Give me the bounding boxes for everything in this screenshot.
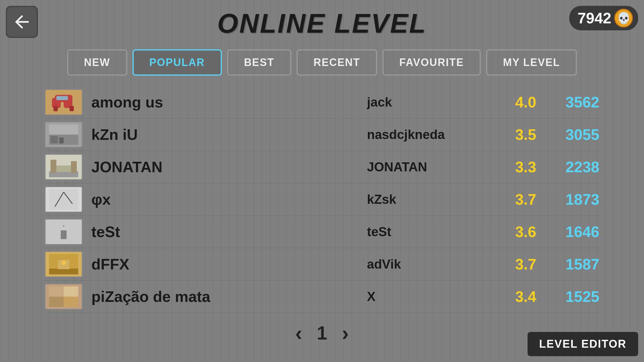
thumb-image [49,92,78,112]
back-button[interactable] [6,6,38,38]
back-icon [12,12,32,32]
level-plays: 3055 [547,126,599,143]
coin-badge: 7942 💀 [569,6,638,30]
level-thumbnail [45,251,83,277]
level-author: nasdcjkneda [367,127,501,142]
level-name: among us [91,93,367,111]
level-author: X [367,289,501,304]
level-author: teSt [367,224,501,239]
level-thumbnail [45,121,83,148]
level-thumbnail [45,154,83,180]
level-author: jack [367,95,501,109]
table-row[interactable]: JONATAN JONATAN 3.3 2238 [45,151,599,183]
tab-my-level[interactable]: MY LEVEL [486,49,577,76]
level-plays: 1525 [547,288,599,305]
level-plays: 3562 [547,93,599,111]
level-author: adVik [367,257,501,272]
level-list: among us jack 4.0 3562 kZn iU nasdcjkned… [45,86,599,313]
level-author: JONATAN [367,160,501,174]
svg-rect-27 [64,297,78,307]
table-row[interactable]: φx kZsk 3.7 1873 [45,183,599,216]
thumb-image [49,254,78,274]
svg-rect-5 [69,106,74,111]
thumb-image [49,189,78,210]
tab-bar: NEW POPULAR BEST RECENT FAVOURITE MY LEV… [67,49,577,76]
page-number: 1 [317,322,327,344]
table-row[interactable]: dFFX adVik 3.7 1587 [45,248,599,281]
svg-rect-4 [53,106,58,111]
level-name: φx [91,191,367,208]
thumb-image: - [49,222,78,242]
level-thumbnail [45,89,83,115]
svg-rect-26 [49,297,64,307]
tab-favourite[interactable]: FAVOURITE [382,49,481,76]
svg-rect-12 [51,160,56,173]
level-editor-button[interactable]: LEVEL EDITOR [528,332,638,356]
coin-icon: 💀 [614,9,633,27]
level-thumbnail [45,186,83,213]
level-plays: 1587 [547,255,599,273]
svg-rect-24 [49,286,64,297]
level-rating: 3.7 [501,191,536,208]
tab-popular[interactable]: POPULAR [133,49,222,76]
level-rating: 3.5 [501,126,536,143]
level-rating: 3.6 [501,223,536,241]
svg-rect-21 [49,269,78,274]
svg-rect-8 [51,136,58,143]
svg-rect-9 [59,138,64,143]
thumb-image [49,157,78,177]
tab-new[interactable]: NEW [67,49,127,76]
thumb-image [49,124,78,145]
level-name: dFFX [91,255,367,273]
level-thumbnail: - [45,219,83,245]
next-page-button[interactable]: › [342,321,349,345]
level-author: kZsk [367,192,501,207]
svg-text:-: - [63,223,65,229]
level-rating: 3.4 [501,288,536,305]
level-plays: 1873 [547,191,599,208]
page-title: ONLINE LEVEL [0,0,644,39]
level-name: piZação de mata [91,288,367,305]
table-row[interactable]: among us jack 4.0 3562 [45,86,599,119]
thumb-image [49,286,78,307]
svg-rect-13 [71,161,77,173]
level-rating: 4.0 [501,93,536,111]
svg-rect-18 [61,230,67,239]
coin-count: 7942 [577,9,611,27]
level-rating: 3.3 [501,158,536,176]
svg-rect-7 [49,124,78,135]
level-rating: 3.7 [501,255,536,273]
table-row[interactable]: - teSt teSt 3.6 1646 [45,216,599,248]
svg-rect-3 [56,96,68,100]
level-name: JONATAN [91,158,367,176]
level-name: kZn iU [91,126,367,143]
svg-point-23 [61,260,66,265]
level-name: teSt [91,223,367,241]
level-plays: 2238 [547,158,599,176]
prev-page-button[interactable]: ‹ [295,321,302,345]
table-row[interactable]: piZação de mata X 3.4 1525 [45,281,599,313]
tab-best[interactable]: BEST [227,49,291,76]
table-row[interactable]: kZn iU nasdcjkneda 3.5 3055 [45,119,599,151]
level-thumbnail [45,283,83,310]
tab-recent[interactable]: RECENT [297,49,377,76]
svg-rect-25 [64,286,78,297]
level-plays: 1646 [547,223,599,241]
